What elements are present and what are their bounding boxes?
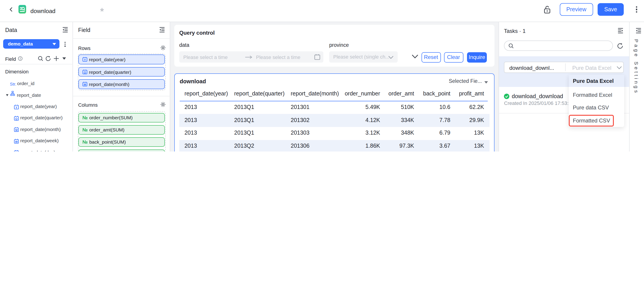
svg-text:Q: Q xyxy=(84,71,86,74)
svg-text:D: D xyxy=(15,151,17,152)
svg-text:Y: Y xyxy=(84,58,86,62)
svg-text:W: W xyxy=(15,140,18,143)
svg-text:Y: Y xyxy=(15,106,17,109)
svg-text:M: M xyxy=(15,128,18,132)
svg-text:M: M xyxy=(84,83,86,86)
svg-text:Q: Q xyxy=(15,117,17,120)
